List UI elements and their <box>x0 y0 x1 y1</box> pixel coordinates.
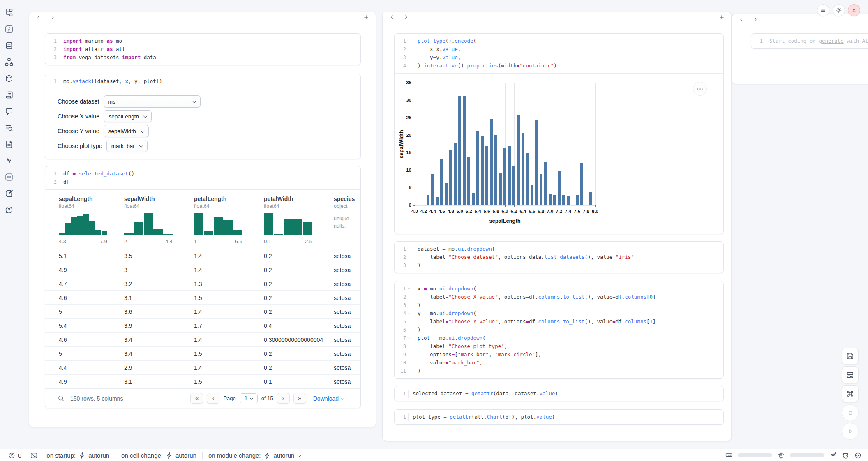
add-cell-button[interactable] <box>719 14 725 20</box>
column-histogram[interactable] <box>124 213 173 235</box>
code-editor[interactable]: 1Start coding or generate with AI <box>751 34 868 48</box>
sidebar-function-square-button[interactable] <box>4 24 14 35</box>
bar[interactable] <box>494 135 497 205</box>
bar[interactable] <box>517 115 520 205</box>
choose-y-value-select[interactable]: sepalWidth <box>104 125 149 137</box>
bar[interactable] <box>526 153 529 205</box>
on-startup-setting[interactable]: on startup: autorun <box>46 452 109 459</box>
bar[interactable] <box>481 136 484 205</box>
column-back-button[interactable] <box>36 14 42 20</box>
bar[interactable] <box>549 194 552 205</box>
table-row[interactable]: 4.63.41.40.30000000000000004setosa <box>45 332 360 346</box>
settings-button[interactable] <box>833 4 845 16</box>
search-icon[interactable] <box>58 395 65 402</box>
page-number-select[interactable]: 1 <box>240 393 258 403</box>
connection-status-icon[interactable] <box>854 452 861 459</box>
bar[interactable] <box>490 119 493 205</box>
bar[interactable] <box>476 131 479 205</box>
bar[interactable] <box>472 193 475 206</box>
code-editor[interactable]: 1plot_type = getattr(alt.Chart(df), plot… <box>395 410 723 424</box>
table-row[interactable]: 53.61.40.2setosa <box>45 304 360 318</box>
bar[interactable] <box>436 197 439 205</box>
bar[interactable] <box>580 163 583 205</box>
bar[interactable] <box>512 166 515 205</box>
table-row[interactable]: 5.13.51.40.2setosa <box>45 249 360 263</box>
column-histogram[interactable] <box>59 213 107 235</box>
table-column-petalWidth[interactable]: petalWidthfloat640.12.5 <box>264 196 334 249</box>
sidebar-dependency-graph-button[interactable] <box>4 57 14 67</box>
stop-button[interactable] <box>842 404 859 421</box>
error-count-button[interactable]: 0 <box>8 452 21 459</box>
fold-chevron-icon[interactable] <box>407 247 411 251</box>
bar[interactable] <box>531 185 533 205</box>
sidebar-file-tree-button[interactable] <box>4 7 14 18</box>
table-column-petalLength[interactable]: petalLengthfloat6416.9 <box>194 196 264 249</box>
sidebar-chat-assistant-button[interactable] <box>4 106 14 117</box>
choose-dataset-select[interactable]: iris <box>104 95 201 108</box>
table-column-sepalWidth[interactable]: sepalWidthfloat6424.4 <box>124 196 194 249</box>
bar[interactable] <box>558 171 561 205</box>
bar[interactable] <box>499 173 502 205</box>
bar[interactable] <box>454 143 457 205</box>
menu-button[interactable] <box>817 4 829 16</box>
bar[interactable] <box>449 150 452 205</box>
bar[interactable] <box>485 146 488 205</box>
sidebar-documentation-button[interactable] <box>4 139 14 150</box>
bar[interactable] <box>567 196 570 205</box>
column-back-button[interactable] <box>389 14 395 20</box>
code-editor[interactable]: 1dataset = mo.ui.dropdown(2 label="Choos… <box>395 242 723 273</box>
bar[interactable] <box>467 157 470 205</box>
command-button[interactable] <box>842 385 859 402</box>
code-editor[interactable]: 1df = selected_dataset()2df <box>45 166 360 189</box>
column-histogram[interactable] <box>194 213 242 235</box>
fold-chevron-icon[interactable] <box>407 311 411 316</box>
table-row[interactable]: 4.93.11.50.1setosa <box>45 374 360 388</box>
column-forward-button[interactable] <box>753 16 758 22</box>
table-row[interactable]: 4.73.21.30.2setosa <box>45 277 360 290</box>
table-row[interactable]: 4.42.91.40.2setosa <box>45 360 360 374</box>
choose-x-value-select[interactable]: sepalLength <box>104 110 152 122</box>
terminal-button[interactable] <box>30 452 37 459</box>
choose-plot-type-select[interactable]: mark_bar <box>106 140 148 152</box>
save-button[interactable] <box>842 348 859 364</box>
on-module-change-setting[interactable]: on module change: autorun <box>208 452 300 459</box>
fold-chevron-icon[interactable] <box>407 336 411 340</box>
close-button[interactable] <box>848 4 860 16</box>
column-forward-button[interactable] <box>50 14 55 20</box>
bar[interactable] <box>589 192 592 205</box>
fold-chevron-icon[interactable] <box>407 287 411 291</box>
bar[interactable] <box>508 146 511 205</box>
sidebar-scratchpad-button[interactable] <box>4 188 14 199</box>
table-row[interactable]: 5.43.91.70.4setosa <box>45 318 360 332</box>
github-button[interactable] <box>842 452 849 459</box>
code-editor[interactable]: 1selected_dataset = getattr(data, datase… <box>395 386 723 401</box>
bar[interactable] <box>576 195 579 206</box>
code-editor[interactable]: 1import marimo as mo2import altair as al… <box>45 34 360 65</box>
sidebar-logs-search-button[interactable] <box>4 122 14 133</box>
last-page-button[interactable]: » <box>293 393 306 404</box>
bar[interactable] <box>440 159 443 205</box>
table-row[interactable]: 53.41.50.2setosa <box>45 346 360 360</box>
bar[interactable] <box>544 162 547 205</box>
bar[interactable] <box>562 195 565 205</box>
bar[interactable] <box>522 133 524 205</box>
bar[interactable] <box>503 148 506 205</box>
bar[interactable] <box>553 195 556 206</box>
prev-page-button[interactable]: ‹ <box>207 393 219 404</box>
first-page-button[interactable]: « <box>190 393 203 404</box>
sidebar-package-button[interactable] <box>4 73 14 84</box>
bar[interactable] <box>535 120 538 205</box>
table-column-sepalLength[interactable]: sepalLengthfloat644.37.9 <box>59 196 124 249</box>
bar[interactable] <box>540 174 542 205</box>
column-back-button[interactable] <box>739 16 744 22</box>
code-editor[interactable]: 1plot_type().encode(2 x=x.value,3 y=y.va… <box>395 34 723 73</box>
bar[interactable] <box>431 174 434 206</box>
bar[interactable] <box>458 96 461 205</box>
add-cell-button[interactable] <box>363 14 369 20</box>
column-histogram[interactable] <box>264 213 312 235</box>
sidebar-database-button[interactable] <box>4 40 14 51</box>
download-button[interactable]: Download <box>313 395 344 402</box>
ai-sparkles-button[interactable] <box>830 452 837 459</box>
next-page-button[interactable]: › <box>277 393 290 404</box>
bar[interactable] <box>427 195 429 206</box>
